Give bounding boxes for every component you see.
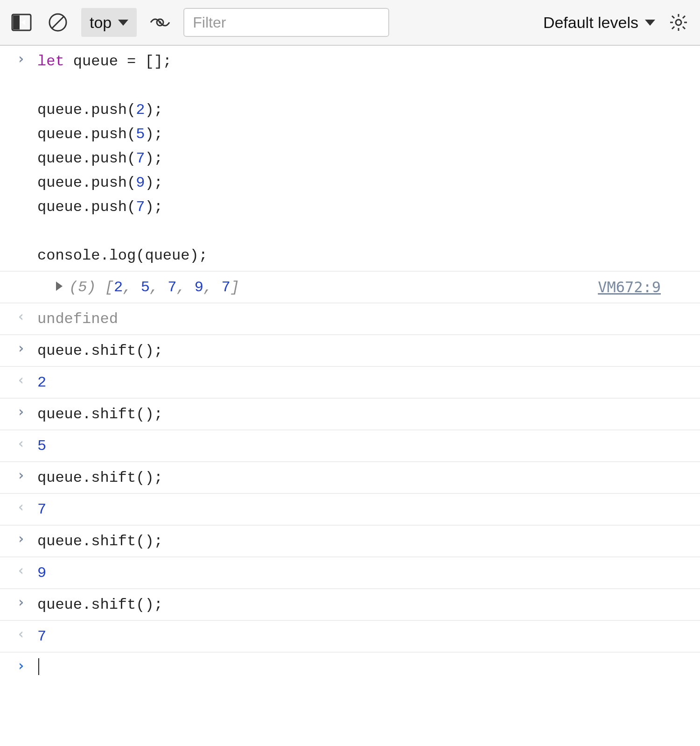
- entry-content: queue.shift();: [37, 401, 691, 427]
- clear-console-icon[interactable]: [45, 9, 71, 35]
- console-input-row: ›queue.shift();: [0, 589, 700, 621]
- console-input-row: ›queue.shift();: [0, 526, 700, 557]
- console-input-row: ›let queue = []; queue.push(2); queue.pu…: [0, 46, 700, 272]
- entry-content: 9: [37, 560, 691, 585]
- console-toolbar: top Default levels: [0, 0, 700, 46]
- result-marker-icon: ‹: [17, 626, 25, 642]
- console-output: ›let queue = []; queue.push(2); queue.pu…: [0, 46, 700, 683]
- settings-icon[interactable]: [665, 9, 692, 35]
- result-marker-icon: ‹: [17, 372, 25, 388]
- console-result-row: ‹7: [0, 621, 700, 653]
- entry-content: undefined: [37, 306, 691, 331]
- svg-point-5: [159, 21, 161, 24]
- svg-rect-1: [13, 15, 20, 29]
- toggle-sidebar-icon[interactable]: [8, 9, 35, 35]
- expand-icon[interactable]: [56, 282, 63, 291]
- filter-input[interactable]: [183, 8, 389, 37]
- entry-content: 5: [37, 433, 691, 458]
- input-marker-icon: ›: [17, 530, 25, 547]
- console-input-row: ›queue.shift();: [0, 399, 700, 430]
- log-levels-selector[interactable]: Default levels: [543, 14, 655, 32]
- console-prompt-row[interactable]: ›: [0, 653, 700, 683]
- entry-content: queue.shift();: [37, 592, 691, 617]
- source-link[interactable]: VM672:9: [598, 278, 691, 296]
- chevron-down-icon: [118, 20, 128, 26]
- console-input-row: ›queue.shift();: [0, 335, 700, 367]
- console-log-row: (5) [2, 5, 7, 9, 7]VM672:9: [0, 272, 700, 303]
- input-marker-icon: ›: [17, 403, 25, 420]
- entry-content: queue.shift();: [37, 528, 691, 554]
- prompt-input[interactable]: [37, 655, 691, 681]
- entry-content: (5) [2, 5, 7, 9, 7]: [37, 274, 598, 300]
- context-selector[interactable]: top: [81, 8, 137, 37]
- result-marker-icon: ‹: [17, 308, 25, 324]
- svg-line-3: [52, 17, 63, 28]
- entry-content: queue.shift();: [37, 338, 691, 363]
- console-result-row: ‹7: [0, 494, 700, 526]
- entry-content: 7: [37, 624, 691, 649]
- console-result-row: ‹2: [0, 367, 700, 399]
- result-marker-icon: ‹: [17, 499, 25, 515]
- entry-content: 7: [37, 497, 691, 522]
- context-label: top: [90, 14, 112, 32]
- entry-content: let queue = []; queue.push(2); queue.pus…: [37, 49, 691, 268]
- console-result-row: ‹undefined: [0, 303, 700, 335]
- levels-label: Default levels: [543, 14, 638, 32]
- input-marker-icon: ›: [17, 340, 25, 356]
- chevron-down-icon: [645, 20, 655, 26]
- live-expression-icon[interactable]: [147, 9, 173, 35]
- input-marker-icon: ›: [17, 467, 25, 483]
- text-cursor: [38, 658, 39, 675]
- svg-point-6: [676, 20, 681, 25]
- result-marker-icon: ‹: [17, 562, 25, 578]
- console-result-row: ‹9: [0, 557, 700, 589]
- input-marker-icon: ›: [17, 594, 25, 610]
- console-result-row: ‹5: [0, 430, 700, 462]
- entry-content: 2: [37, 370, 691, 395]
- input-marker-icon: ›: [17, 50, 25, 67]
- console-input-row: ›queue.shift();: [0, 462, 700, 494]
- entry-content: queue.shift();: [37, 465, 691, 490]
- result-marker-icon: ‹: [17, 435, 25, 451]
- prompt-marker-icon: ›: [17, 657, 25, 674]
